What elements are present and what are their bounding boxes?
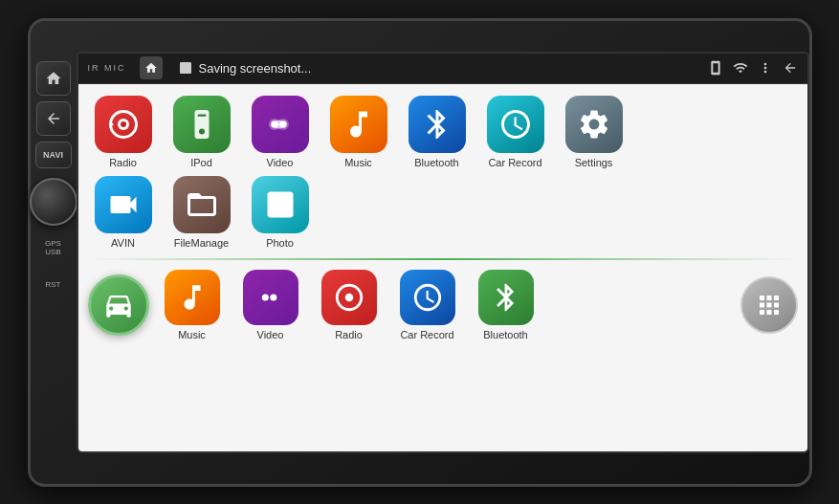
dock-bluetooth[interactable]: Bluetooth — [471, 270, 541, 340]
bluetooth-icon-bg — [408, 96, 466, 153]
video-label: Video — [267, 157, 294, 168]
car-nav-button[interactable] — [88, 274, 149, 336]
app-avin[interactable]: AVIN — [88, 176, 159, 249]
svg-point-12 — [261, 294, 268, 300]
music-label: Music — [344, 157, 372, 168]
screen: IR MIC Saving screenshot... — [77, 52, 809, 453]
car-record-icon-bg — [487, 96, 544, 153]
app-video[interactable]: Video — [245, 96, 316, 168]
dock-music[interactable]: Music — [157, 270, 228, 340]
status-icons — [140, 56, 163, 79]
app-row-1: Radio IPod Video — [88, 96, 798, 168]
dock-radio-label: Radio — [335, 329, 363, 340]
dock-radio[interactable]: Radio — [314, 270, 385, 340]
app-car-record[interactable]: Car Record — [480, 96, 551, 168]
app-music[interactable]: Music — [323, 96, 394, 168]
app-settings[interactable]: Settings — [559, 96, 629, 168]
app-grid: Radio IPod Video — [78, 84, 807, 451]
svg-point-11 — [279, 121, 287, 128]
bluetooth-label: Bluetooth — [414, 157, 458, 168]
status-right-icons — [708, 60, 798, 76]
dock-video-icon-bg — [243, 270, 298, 325]
side-buttons: NAVI GPS USB RST — [31, 52, 77, 453]
svg-point-2 — [121, 121, 126, 127]
all-apps-button[interactable] — [740, 276, 798, 334]
app-row-2: AVIN FileManage Photo — [88, 176, 798, 249]
ipod-icon-bg — [173, 96, 231, 153]
svg-point-5 — [199, 128, 205, 134]
power-volume-knob[interactable] — [30, 178, 77, 226]
dock-video-label: Video — [257, 329, 284, 340]
radio-icon-bg — [95, 96, 152, 153]
app-radio[interactable]: Radio — [88, 96, 159, 168]
app-photo[interactable]: Photo — [245, 176, 316, 249]
dock-music-label: Music — [178, 329, 206, 340]
device-frame: NAVI GPS USB RST IR MIC Saving screensho… — [28, 18, 812, 487]
home-bar-icon[interactable] — [140, 56, 163, 79]
file-manage-label: FileManage — [174, 237, 229, 249]
svg-rect-6 — [197, 114, 206, 116]
app-file-manage[interactable]: FileManage — [166, 176, 237, 249]
dock-bluetooth-label: Bluetooth — [483, 329, 527, 340]
svg-rect-3 — [109, 122, 114, 125]
dock-radio-icon-bg — [321, 270, 377, 325]
navi-button[interactable]: NAVI — [35, 142, 72, 168]
ir-mic-label: IR MIC — [88, 63, 126, 73]
photo-label: Photo — [266, 237, 294, 249]
dock-car-record-icon-bg — [400, 270, 455, 325]
screenshot-text: Saving screenshot... — [199, 61, 312, 76]
usb-label: USB — [45, 248, 60, 257]
radio-label: Radio — [109, 157, 137, 168]
svg-point-13 — [270, 294, 276, 300]
ipod-label: IPod — [190, 157, 212, 168]
dock-row: Music Video Radio — [88, 270, 798, 340]
dock-bluetooth-icon-bg — [478, 270, 534, 325]
dock-music-icon-bg — [165, 270, 220, 325]
svg-point-15 — [344, 293, 353, 301]
dock-car-record[interactable]: Car Record — [392, 270, 463, 340]
dock-car-record-label: Car Record — [400, 329, 453, 340]
car-record-label: Car Record — [488, 157, 541, 168]
avin-label: AVIN — [111, 237, 135, 249]
settings-label: Settings — [575, 157, 613, 168]
status-bar: IR MIC Saving screenshot... — [78, 54, 807, 84]
avin-icon-bg — [95, 176, 152, 233]
file-manage-icon-bg — [173, 176, 231, 233]
video-icon-bg — [252, 96, 309, 153]
svg-point-10 — [271, 121, 278, 128]
app-ipod[interactable]: IPod — [166, 96, 237, 168]
settings-icon-bg — [565, 96, 623, 153]
screenshot-notice: Saving screenshot... — [178, 60, 312, 76]
music-icon-bg — [330, 96, 387, 153]
dock-video[interactable]: Video — [235, 270, 306, 340]
back-button[interactable] — [36, 101, 71, 136]
home-button[interactable] — [36, 61, 71, 96]
section-divider — [88, 258, 798, 260]
rst-label: RST — [46, 280, 61, 290]
app-bluetooth[interactable]: Bluetooth — [402, 96, 473, 168]
gps-label: GPS — [45, 239, 61, 249]
photo-icon-bg — [252, 176, 309, 233]
